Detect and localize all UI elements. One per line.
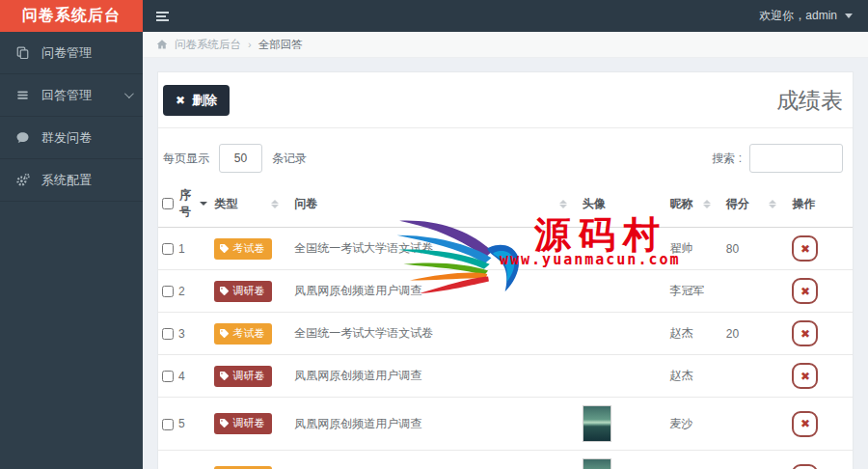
row-checkbox[interactable]: [162, 243, 174, 255]
sort-icon[interactable]: [559, 200, 567, 208]
tag-icon: [220, 419, 229, 428]
nickname: 翟帅: [669, 241, 692, 255]
row-number: 5: [178, 417, 185, 430]
tag-icon: [220, 372, 229, 380]
column-header-1[interactable]: 序号: [158, 182, 210, 228]
row-delete-button[interactable]: ✖: [792, 320, 818, 346]
score: 20: [726, 327, 739, 341]
type-badge[interactable]: 考试卷: [214, 238, 272, 260]
sidebar-item-label: 群发问卷: [41, 129, 92, 147]
breadcrumb: 问卷系统后台 › 全部回答: [143, 32, 868, 58]
nickname: 麦沙: [669, 417, 692, 430]
home-icon: [156, 39, 168, 50]
page-size-suffix: 条记录: [272, 151, 307, 167]
row-checkbox[interactable]: [162, 286, 174, 297]
search-area: 搜索 :: [712, 144, 843, 173]
sort-icon[interactable]: [271, 200, 279, 208]
user-menu[interactable]: 欢迎你，admin: [759, 0, 868, 32]
column-header-2[interactable]: 类型: [210, 182, 290, 228]
sidebar-item-questionnaire-manage[interactable]: 问卷管理: [0, 32, 143, 74]
panel-header: ✖ 删除 成绩表: [158, 72, 853, 128]
breadcrumb-separator: ›: [248, 39, 252, 50]
sidebar: 问卷管理 回答管理 群发问卷 系统配置: [0, 32, 143, 469]
delete-button-label: 删除: [192, 92, 217, 109]
x-icon: ✖: [176, 95, 185, 106]
row-delete-button[interactable]: ✖: [792, 235, 818, 262]
welcome-text: 欢迎你，admin: [759, 8, 837, 24]
cogs-icon: [15, 173, 30, 187]
hamburger-icon: [156, 12, 169, 21]
sidebar-item-label: 系统配置: [41, 172, 92, 189]
type-badge[interactable]: 调研卷: [214, 281, 272, 302]
type-badge[interactable]: 调研卷: [214, 366, 272, 387]
sidebar-item-system-config[interactable]: 系统配置: [0, 159, 143, 202]
row-delete-button[interactable]: ✖: [792, 278, 818, 304]
sort-desc-icon[interactable]: [200, 202, 207, 206]
type-badge[interactable]: 调研卷: [214, 413, 272, 434]
row-delete-button[interactable]: ✖: [792, 363, 818, 389]
sidebar-item-label: 问卷管理: [41, 44, 92, 62]
sidebar-toggle-button[interactable]: [143, 0, 181, 32]
results-panel: ✖ 删除 成绩表 每页显示 条记录 搜索 : 序号类型问卷头像昵称得分操作 1: [157, 71, 854, 469]
row-checkbox[interactable]: [162, 371, 174, 382]
tag-icon: [220, 287, 229, 295]
sort-icon[interactable]: [703, 200, 711, 208]
nickname: 赵杰: [669, 369, 692, 382]
chevron-down-icon: [845, 14, 853, 18]
select-all-checkbox[interactable]: [162, 198, 174, 209]
column-header-3[interactable]: 问卷: [290, 182, 578, 228]
type-badge-label: 调研卷: [232, 369, 264, 383]
questionnaire-name: 全国统一考试大学语文试卷: [294, 326, 433, 340]
avatar: [583, 458, 611, 469]
row-delete-button[interactable]: ✖: [792, 411, 818, 437]
page-size-prefix: 每页显示: [163, 151, 209, 167]
search-input[interactable]: [749, 144, 843, 173]
page-size-input[interactable]: [219, 144, 262, 173]
table-row: 6 考试卷 全国统一考试大学语文试卷 麦沙 80 ✖: [158, 451, 853, 469]
column-header-label: 得分: [726, 196, 749, 212]
column-header-label: 问卷: [294, 196, 317, 212]
delete-button[interactable]: ✖ 删除: [163, 85, 230, 116]
questionnaire-name: 凤凰网原创频道用户调查: [294, 417, 421, 430]
type-badge-label: 考试卷: [232, 241, 264, 256]
table-header-row: 序号类型问卷头像昵称得分操作: [158, 182, 853, 228]
column-header-label: 序号: [179, 187, 191, 220]
list-icon: [15, 88, 30, 102]
row-number: 1: [178, 242, 185, 256]
type-badge-label: 调研卷: [232, 284, 264, 298]
app-window: 问卷系统后台 欢迎你，admin 问卷管理 回答管理: [0, 0, 868, 469]
chevron-down-icon: [124, 89, 134, 98]
table-body: 1 考试卷 全国统一考试大学语文试卷 翟帅 80 ✖ 2 调研卷 凤凰网原创频道…: [158, 228, 853, 469]
table-toolbar: 每页显示 条记录 搜索 :: [158, 128, 853, 182]
sidebar-item-broadcast-questionnaire[interactable]: 群发问卷: [0, 117, 143, 159]
questionnaire-name: 全国统一考试大学语文试卷: [294, 241, 433, 255]
top-bar: 问卷系统后台 欢迎你，admin: [0, 0, 868, 32]
table-row: 5 调研卷 凤凰网原创频道用户调查 麦沙 ✖: [158, 398, 853, 451]
row-checkbox[interactable]: [162, 328, 174, 340]
column-header-5[interactable]: 昵称: [665, 182, 721, 228]
type-badge-label: 考试卷: [232, 326, 264, 341]
main-content: 问卷系统后台 › 全部回答 ✖ 删除 成绩表 每页显示 条记录 搜索 :: [143, 32, 868, 469]
table-row: 1 考试卷 全国统一考试大学语文试卷 翟帅 80 ✖: [158, 228, 853, 270]
type-badge[interactable]: 考试卷: [214, 323, 272, 345]
sort-icon[interactable]: [769, 200, 776, 208]
tag-icon: [220, 244, 229, 253]
column-header-label: 类型: [214, 196, 237, 212]
questionnaire-name: 凤凰网原创频道用户调查: [294, 369, 421, 382]
column-header-6[interactable]: 得分: [722, 182, 789, 228]
sidebar-item-label: 回答管理: [41, 87, 92, 104]
row-delete-button[interactable]: ✖: [792, 464, 818, 469]
table-row: 4 调研卷 凤凰网原创频道用户调查 赵杰 ✖: [158, 355, 853, 398]
page-title: 成绩表: [776, 86, 843, 116]
breadcrumb-root[interactable]: 问卷系统后台: [175, 38, 241, 52]
results-table: 序号类型问卷头像昵称得分操作 1 考试卷 全国统一考试大学语文试卷 翟帅 80 …: [158, 182, 853, 469]
app-logo[interactable]: 问卷系统后台: [0, 0, 143, 32]
search-label: 搜索 :: [712, 151, 742, 167]
row-checkbox[interactable]: [162, 419, 174, 430]
type-badge-label: 调研卷: [232, 416, 264, 430]
nickname: 李冠军: [669, 284, 704, 297]
column-header-label: 操作: [792, 196, 815, 212]
sidebar-item-answer-manage[interactable]: 回答管理: [0, 74, 143, 117]
score: 80: [726, 242, 739, 256]
tag-icon: [220, 329, 229, 338]
